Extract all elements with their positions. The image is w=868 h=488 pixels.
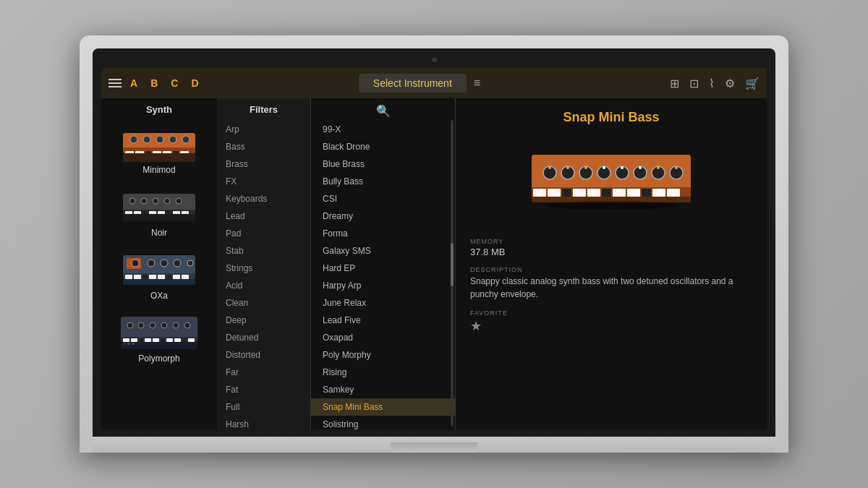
tab-labels: A B C D	[130, 77, 199, 89]
presets-search: 🔍	[311, 98, 455, 121]
scroll-thumb[interactable]	[451, 243, 454, 286]
svg-point-100	[546, 201, 676, 210]
detail-title: Snap Mini Bass	[470, 110, 752, 125]
filter-item-clean[interactable]: Clean	[217, 294, 310, 312]
filter-item-fx[interactable]: FX	[217, 173, 310, 190]
svg-point-29	[176, 198, 182, 204]
search-icon[interactable]: 🔍	[376, 104, 391, 118]
filter-item-fat[interactable]: Fat	[217, 381, 310, 398]
filter-item-acid[interactable]: Acid	[217, 277, 310, 294]
filter-item-bass[interactable]: Bass	[217, 138, 310, 155]
preset-item[interactable]: Blue Brass	[311, 155, 455, 173]
filter-item-stab[interactable]: Stab	[217, 242, 310, 260]
filter-item-lead[interactable]: Lead	[217, 207, 310, 225]
memory-section: MEMORY 37.8 MB	[470, 238, 752, 257]
svg-point-62	[150, 322, 156, 328]
cart-icon[interactable]: 🛒	[745, 77, 760, 90]
svg-rect-69	[132, 343, 135, 345]
svg-rect-89	[548, 189, 561, 197]
wave-icon[interactable]: ⌇	[709, 77, 715, 90]
filter-item-keyboards[interactable]: Keyboards	[217, 190, 310, 207]
filter-item-deep[interactable]: Deep	[217, 312, 310, 329]
preset-item[interactable]: Rising	[311, 364, 455, 381]
favorite-star[interactable]: ★	[470, 318, 752, 334]
synth-column: Synth	[101, 98, 217, 429]
sliders-icon[interactable]: ⊞	[670, 77, 679, 90]
svg-rect-14	[123, 153, 195, 162]
filter-item-distorted[interactable]: Distorted	[217, 346, 310, 364]
svg-point-12	[169, 136, 176, 143]
memory-label: MEMORY	[470, 238, 752, 245]
svg-point-43	[148, 260, 155, 267]
svg-point-10	[143, 136, 150, 143]
filter-item-harsh[interactable]: Harsh	[217, 416, 310, 429]
svg-point-61	[138, 322, 144, 328]
preset-item[interactable]: Poly Morphy	[311, 346, 455, 364]
synth-item-noir[interactable]: Noir	[101, 185, 217, 238]
filter-item-pad[interactable]: Pad	[217, 225, 310, 242]
minimod-name: Minimod	[142, 165, 175, 175]
svg-rect-40	[182, 275, 189, 279]
preset-item[interactable]: Dreamy	[311, 207, 455, 225]
filter-item-brass[interactable]: Brass	[217, 155, 310, 173]
favorite-section: FAVORITE ★	[470, 309, 752, 334]
toolbar-right: ⊞ ⊡ ⌇ ⚙ 🛒	[615, 77, 760, 90]
scroll-bar	[451, 120, 454, 427]
svg-rect-94	[613, 189, 626, 197]
polymorph-image	[119, 311, 199, 351]
tab-d[interactable]: D	[191, 77, 198, 89]
list-icon[interactable]: ≡	[474, 77, 480, 90]
preset-item[interactable]: CSI	[311, 190, 455, 207]
menu-icon[interactable]	[109, 79, 122, 87]
preset-item[interactable]: June Relax	[311, 294, 455, 312]
preset-item[interactable]: Samkey	[311, 381, 455, 398]
svg-rect-33	[125, 275, 132, 279]
svg-point-13	[182, 136, 190, 143]
svg-point-46	[187, 260, 193, 266]
preset-item[interactable]: Harpy Arp	[311, 277, 455, 294]
svg-rect-92	[587, 189, 600, 197]
preset-item[interactable]: Solistring	[311, 416, 455, 429]
filter-item-strings[interactable]: Strings	[217, 260, 310, 277]
tab-b[interactable]: B	[150, 77, 158, 89]
filter-item-arp[interactable]: Arp	[217, 121, 310, 138]
preset-item[interactable]: Oxapad	[311, 329, 455, 346]
main-content: Synth	[101, 98, 767, 429]
oxa-name: OXa	[150, 291, 168, 301]
synth-item-oxa[interactable]: OXa	[101, 248, 217, 301]
svg-rect-68	[127, 343, 130, 345]
synth-column-header: Synth	[146, 104, 172, 115]
preset-item[interactable]: Galaxy SMS	[311, 242, 455, 260]
preset-item[interactable]: Forma	[311, 225, 455, 242]
tab-c[interactable]: C	[171, 77, 178, 89]
grid-icon[interactable]: ⊡	[689, 77, 699, 90]
svg-point-63	[161, 322, 167, 328]
noir-name: Noir	[151, 228, 167, 238]
filters-column: Filters ArpBassBrassFXKeyboardsLeadPadSt…	[217, 98, 311, 429]
svg-point-25	[129, 198, 135, 204]
svg-point-45	[174, 260, 181, 267]
svg-rect-93	[602, 189, 611, 197]
svg-rect-38	[166, 275, 171, 279]
preset-item[interactable]: Snap Mini Bass	[311, 398, 455, 416]
svg-rect-97	[652, 189, 665, 197]
oxa-image	[119, 248, 199, 288]
filter-item-far[interactable]: Far	[217, 364, 310, 381]
synth-item-polymorph[interactable]: Polymorph	[101, 311, 217, 364]
detail-panel: Snap Mini Bass	[456, 98, 767, 429]
svg-point-85	[639, 166, 642, 169]
tab-a[interactable]: A	[130, 77, 137, 89]
preset-item[interactable]: Bully Bass	[311, 173, 455, 190]
gear-icon[interactable]: ⚙	[725, 77, 735, 90]
preset-item[interactable]: Hard EP	[311, 260, 455, 277]
svg-point-9	[130, 136, 137, 143]
svg-rect-96	[642, 189, 651, 197]
filter-item-full[interactable]: Full	[217, 398, 310, 416]
preset-item[interactable]: 99-X	[311, 121, 455, 138]
preset-item[interactable]: Black Drone	[311, 138, 455, 155]
select-instrument-button[interactable]: Select Instrument	[359, 74, 467, 93]
preset-item[interactable]: Lead Five	[311, 312, 455, 329]
svg-rect-53	[145, 338, 151, 342]
filter-item-detuned[interactable]: Detuned	[217, 329, 310, 346]
synth-item-minimod[interactable]: Minimod	[101, 122, 217, 175]
